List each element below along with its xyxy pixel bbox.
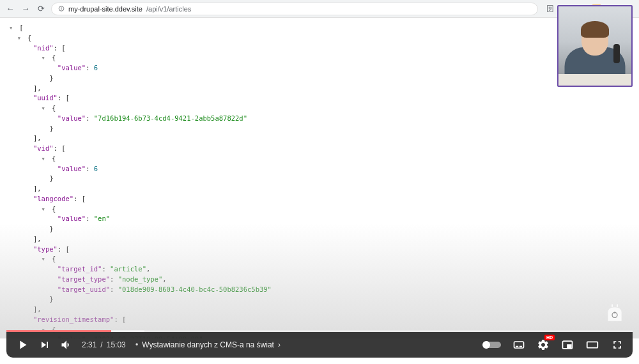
captions-button[interactable] bbox=[512, 338, 525, 351]
chevron-right-icon[interactable]: › bbox=[278, 340, 281, 349]
json-type-target-id: "article" bbox=[110, 265, 146, 273]
current-time: 2:31 bbox=[82, 340, 96, 349]
url-path: /api/v1/articles bbox=[146, 5, 191, 13]
json-key-revision-timestamp: "revision_timestamp" bbox=[33, 315, 114, 323]
svg-rect-10 bbox=[587, 342, 598, 347]
address-bar[interactable]: my-drupal-site.ddev.site/api/v1/articles bbox=[51, 3, 538, 15]
progress-bar[interactable] bbox=[6, 330, 633, 332]
json-uuid-value: "7d16b194-6b73-4cd4-9421-2abb5a87822d" bbox=[94, 114, 247, 122]
translate-icon[interactable]: 🈂 bbox=[546, 4, 555, 13]
fullscreen-button[interactable] bbox=[611, 338, 624, 351]
json-key-nid: "nid" bbox=[33, 44, 54, 52]
svg-rect-1 bbox=[61, 8, 62, 10]
next-button[interactable] bbox=[38, 338, 51, 351]
json-key-vid: "vid" bbox=[33, 144, 54, 152]
json-langcode-value: "en" bbox=[94, 215, 110, 222]
duration: 15:03 bbox=[107, 340, 126, 349]
json-type-target-uuid: "018de909-8603-4c40-bc4c-50b8236c5b39" bbox=[118, 285, 272, 293]
time-display: 2:31 / 15:03 • Wystawianie danych z CMS-… bbox=[82, 340, 281, 349]
svg-rect-6 bbox=[516, 346, 518, 347]
url-domain: my-drupal-site.ddev.site bbox=[68, 5, 142, 13]
json-response-viewer[interactable]: ▾ [ ▾ { "nid": [ ▾ { "value": 6 } ], "uu… bbox=[0, 18, 639, 338]
browser-toolbar: ← → ⟳ my-drupal-site.ddev.site/api/v1/ar… bbox=[0, 0, 639, 18]
reload-button[interactable]: ⟳ bbox=[36, 4, 46, 14]
svg-point-4 bbox=[614, 312, 616, 314]
json-key-type: "type" bbox=[33, 245, 58, 253]
json-key-uuid: "uuid" bbox=[33, 94, 58, 102]
json-nid-value: 6 bbox=[94, 64, 98, 72]
svg-rect-9 bbox=[567, 345, 571, 347]
video-chapter-title[interactable]: Wystawianie danych z CMS-a na świat bbox=[142, 340, 274, 349]
forward-button[interactable]: → bbox=[20, 4, 31, 14]
play-button[interactable] bbox=[15, 338, 29, 352]
back-button[interactable]: ← bbox=[5, 4, 15, 14]
svg-rect-5 bbox=[514, 342, 524, 348]
settings-button[interactable]: HD bbox=[537, 338, 550, 351]
json-key-langcode: "langcode" bbox=[33, 195, 73, 202]
channel-logo-icon bbox=[604, 304, 625, 324]
svg-rect-7 bbox=[520, 346, 522, 347]
miniplayer-button[interactable] bbox=[561, 338, 574, 351]
video-player-controls: 2:31 / 15:03 • Wystawianie danych z CMS-… bbox=[6, 332, 633, 358]
site-info-icon[interactable] bbox=[58, 6, 65, 12]
autoplay-toggle[interactable] bbox=[483, 342, 501, 348]
theater-mode-button[interactable] bbox=[585, 338, 599, 352]
presenter-webcam bbox=[557, 5, 633, 87]
hd-badge: HD bbox=[544, 335, 555, 340]
svg-rect-2 bbox=[61, 7, 62, 8]
json-vid-value: 6 bbox=[94, 165, 98, 172]
json-type-target-type: "node_type" bbox=[118, 275, 163, 283]
volume-button[interactable] bbox=[60, 338, 73, 351]
